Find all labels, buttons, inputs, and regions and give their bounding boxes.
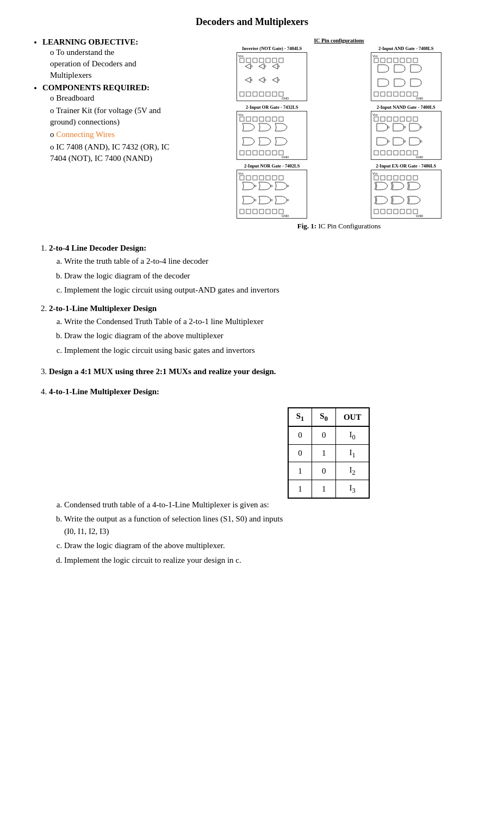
td-out-11: I3 [335,480,369,498]
svg-text:GND: GND [416,156,424,159]
ic-or-title: 2-Input OR Gate - 7432LS [246,104,298,110]
task-2-a: Write the Condensed Truth Table of a 2-t… [64,315,471,328]
svg-rect-55 [259,151,264,155]
svg-rect-35 [413,58,418,63]
svg-rect-21 [246,92,251,96]
svg-text:Vcc: Vcc [372,54,378,58]
svg-marker-10 [259,64,264,69]
svg-rect-61 [374,117,378,121]
svg-rect-111 [413,176,418,180]
svg-rect-116 [400,209,405,214]
table-row-2: 0 1 I1 [288,444,369,462]
svg-rect-107 [387,176,391,180]
svg-rect-52 [240,151,244,155]
task-1-sub-list: Write the truth table of a 2-to-4 line d… [49,255,471,296]
svg-rect-108 [394,176,398,180]
svg-rect-48 [259,117,264,121]
td-out-01: I1 [335,444,369,462]
ic-not-gate: Inverter (NOT Gate) - 7404LS Vcc [207,46,338,101]
svg-rect-113 [381,209,385,214]
svg-rect-106 [381,176,385,180]
svg-marker-14 [245,77,251,83]
task-2: 2-to-1-Line Multiplexer Design Write the… [49,304,471,357]
td-s1-00: 0 [288,426,312,444]
svg-rect-89 [279,176,283,180]
svg-rect-96 [240,209,244,214]
svg-rect-40 [400,92,405,96]
svg-text:GND: GND [282,156,289,159]
ic-grid: Inverter (NOT Gate) - 7404LS Vcc [207,46,471,219]
svg-rect-64 [394,117,398,121]
svg-rect-36 [374,92,378,96]
svg-rect-42 [413,92,418,96]
svg-rect-83 [240,176,244,180]
svg-rect-110 [407,176,411,180]
ic-or-gate: 2-Input OR Gate - 7432LS Vcc [207,104,338,160]
td-out-10: I2 [335,462,369,480]
svg-rect-79 [407,151,411,155]
ic-xor-title: 2-Input EX-OR Gate - 7486LS [376,163,436,169]
task-2-sub-list: Write the Condensed Truth Table of a 2-t… [49,315,471,357]
ic-diagram-section: IC Pin configurations Inverter (NOT Gate… [207,38,471,238]
ic-diagram-title: IC Pin configurations [207,38,471,44]
svg-rect-32 [394,58,398,63]
svg-rect-38 [387,92,391,96]
tasks-section: 2-to-4 Line Decoder Design: Write the tr… [33,244,471,566]
svg-rect-99 [259,209,264,214]
svg-marker-12 [272,64,278,69]
svg-text:GND: GND [416,214,424,218]
svg-rect-24 [266,92,270,96]
svg-rect-74 [374,151,378,155]
svg-rect-22 [253,92,257,96]
ic-and-title: 2-Input AND Gate - 7408LS [378,46,434,51]
svg-rect-49 [266,117,270,121]
learning-header: LEARNING OBJECTIVE: [42,38,138,46]
td-s0-01: 1 [312,444,336,462]
task-ordered-list: 2-to-4 Line Decoder Design: Write the tr… [33,244,471,566]
ic-not-svg: Vcc [237,52,307,101]
svg-rect-112 [374,209,378,214]
ic-xor-svg: Vcc [371,170,441,219]
svg-marker-18 [272,77,278,83]
td-out-00: I0 [335,426,369,444]
svg-text:Vcc: Vcc [238,54,244,58]
svg-rect-76 [387,151,391,155]
svg-rect-54 [253,151,257,155]
td-s0-11: 1 [312,480,336,498]
svg-rect-56 [266,151,270,155]
ic-nand-gate: 2-Input NAND Gate - 7400LS Vcc [341,104,472,160]
svg-rect-62 [381,117,385,121]
svg-rect-51 [279,117,283,121]
task-1: 2-to-4 Line Decoder Design: Write the tr… [49,244,471,296]
svg-text:Vcc: Vcc [238,172,244,175]
task-4-title: 4-to-1-Line Multiplexer Design: [49,387,159,396]
svg-rect-109 [400,176,405,180]
svg-rect-45 [240,117,244,121]
task-1-a: Write the truth table of a 2-to-4 line d… [64,255,471,268]
page-title: Decoders and Multiplexers [33,16,471,28]
svg-rect-25 [272,92,277,96]
th-s0: S0 [312,408,336,426]
ic-xor-gate: 2-Input EX-OR Gate - 7486LS Vcc [341,163,472,219]
th-out: OUT [335,408,369,426]
table-row-1: 0 0 I0 [288,426,369,444]
svg-text:GND: GND [416,97,424,100]
component-ics: IC 7408 (AND), IC 7432 (OR), IC7404 (NOT… [50,141,201,164]
td-s0-00: 0 [312,426,336,444]
svg-rect-29 [374,58,378,63]
component-breadboard: Breadboard [50,92,201,104]
svg-rect-37 [381,92,385,96]
svg-rect-7 [279,58,283,63]
component-trainer: Trainer Kit (for voltage (5V andground) … [50,105,201,128]
svg-rect-57 [272,151,277,155]
svg-rect-30 [381,58,385,63]
ic-and-svg: Vcc [371,52,441,101]
svg-marker-16 [259,77,264,83]
components-item: COMPONENTS REQUIRED: Breadboard Trainer … [42,83,201,164]
task-4-a: Condensed truth table of a 4-to-1-Line M… [64,399,471,511]
ic-and-gate: 2-Input AND Gate - 7408LS Vcc [341,46,472,101]
th-s1: S1 [288,408,312,426]
task-4-sub-list: Condensed truth table of a 4-to-1-Line M… [49,399,471,566]
svg-rect-66 [407,117,411,121]
svg-rect-65 [400,117,405,121]
